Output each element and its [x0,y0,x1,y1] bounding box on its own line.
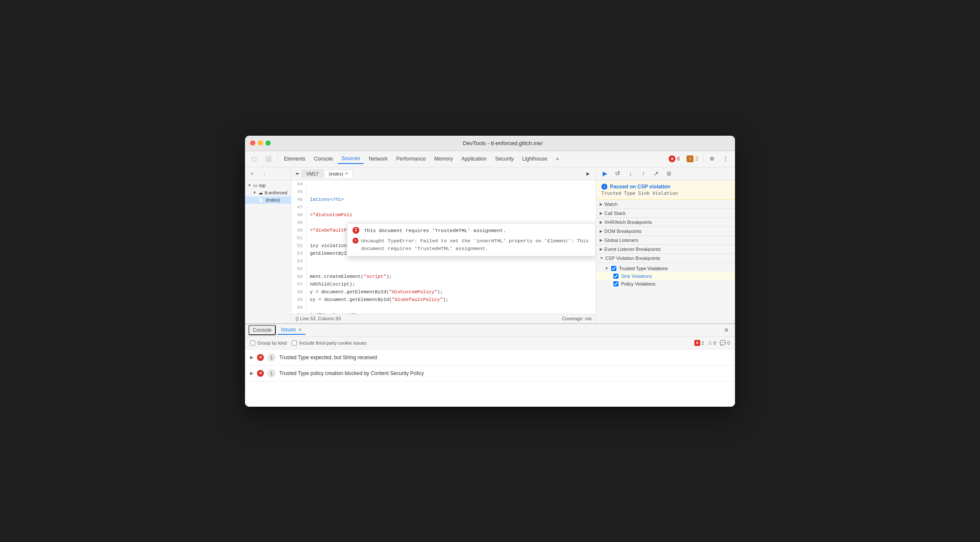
maximize-button[interactable] [266,140,271,146]
tab-vm17[interactable]: VM17 [302,170,323,178]
step-over-btn[interactable]: ↺ [612,168,623,179]
minimize-button[interactable] [258,140,263,146]
tree-item-index[interactable]: 📄 (index) [245,197,291,204]
code-line-48: 48 ="divCustomPoli [291,211,596,219]
tab-index[interactable]: (index) ✕ [324,170,353,178]
tab-index-close[interactable]: ✕ [345,171,348,176]
info-icon: i [601,184,607,190]
issues-info-count: 0 [727,340,730,345]
group-by-kind-checkbox[interactable] [250,340,255,345]
sidebar-menu-btn[interactable]: ⋮ [259,170,270,178]
tooltip-error-icon: ✕ [353,238,359,244]
tab-application[interactable]: Application [458,154,490,164]
error-tooltip: 2 This document requires 'TrustedHTML' a… [347,223,596,256]
policy-checkbox[interactable] [613,281,618,286]
breakpoint-policy: Policy Violations [596,280,735,288]
issues-info-badge: 💬 0 [720,340,730,346]
inspector-icon[interactable]: ⬚ [248,154,260,164]
issue-text-1: Trusted Type expected, but String receiv… [279,354,377,360]
section-xhr[interactable]: ▶ XHR/fetch Breakpoints [596,218,735,227]
tab-network[interactable]: Network [365,154,391,164]
tooltip-error: ✕ Uncaught TypeError: Failed to set the … [353,237,590,253]
events-arrow: ▶ [600,247,603,251]
section-watch[interactable]: ▶ Watch [596,200,735,209]
bottom-tab-issues[interactable]: Issues ✕ [278,325,305,335]
trusted-type-checkbox[interactable] [611,266,616,271]
issue-row-2[interactable]: ▶ ✕ 1 Trusted Type policy creation block… [245,366,735,381]
csp-subtitle: Trusted Type Sink Violation [601,191,730,196]
section-events[interactable]: ▶ Event Listener Breakpoints [596,245,735,254]
tooltip-title: 2 This document requires 'TrustedHTML' a… [353,227,590,235]
close-button[interactable] [250,140,255,146]
csp-section-content: ▼ Trusted Type Violations Sink Violation… [596,263,735,289]
bottom-tab-console[interactable]: Console [248,325,276,335]
issue-row-1[interactable]: ▶ ✕ 1 Trusted Type expected, but String … [245,350,735,366]
step-btn[interactable]: ↗ [651,168,661,179]
csp-banner: i Paused on CSP violation Trusted Type S… [596,180,735,200]
window-title: DevTools - tt-enforced.glitch.me/ [276,140,730,146]
code-line-55: 55 [291,265,596,273]
main-content: » ⋮ ▼ ▭ top ▼ ☁ tt-enforced 📄 (index) [245,167,735,323]
issue-counts: ✕ 2 ⚠ 0 💬 0 [694,340,730,346]
toolbar-separator-1 [278,155,278,163]
policy-label: Policy Violations [621,281,655,286]
issue-error-icon-2: ✕ [257,370,264,377]
expand-arrow: ▼ [605,266,609,271]
sidebar-toolbar: » ⋮ [245,167,291,180]
cloud-icon: ☁ [258,190,263,196]
xhr-arrow: ▶ [600,220,603,224]
third-party-label[interactable]: Include third-party cookie issues [292,340,366,345]
issue-count-2: 1 [267,369,276,378]
file-icon: 📄 [258,197,264,203]
tree-item-origin[interactable]: ▼ ☁ tt-enforced [245,189,291,197]
step-into-btn[interactable]: ↓ [625,168,636,179]
third-party-checkbox[interactable] [292,340,297,345]
tab-console[interactable]: Console [311,154,336,164]
bottom-panel-close[interactable]: ✕ [721,326,732,334]
file-tree: ▼ ▭ top ▼ ☁ tt-enforced 📄 (index) [245,180,291,323]
toolbar-separator-2 [703,155,704,163]
tab-sources[interactable]: Sources [338,154,364,164]
code-editor[interactable]: 44 45 46 lations</h1> 47 [291,180,596,314]
issues-error-count: 2 [702,340,704,345]
issues-warning-badge: ⚠ 0 [708,340,716,346]
deactivate-btn[interactable]: ⊘ [664,168,674,179]
section-callstack[interactable]: ▶ Call Stack [596,209,735,218]
tree-item-top[interactable]: ▼ ▭ top [245,182,291,189]
code-line-58: 58 y = document.getElementById("divCusto… [291,288,596,296]
tab-lighthouse[interactable]: Lighthouse [519,154,551,164]
more-options-icon[interactable]: ⋮ [720,154,732,164]
issues-close-icon[interactable]: ✕ [298,327,302,332]
issues-list: ▶ ✕ 1 Trusted Type expected, but String … [245,350,735,407]
section-dom[interactable]: ▶ DOM Breakpoints [596,227,735,236]
main-toolbar: ⬚ ⬜ Elements Console Sources Network Per… [245,151,735,167]
sink-checkbox[interactable] [613,274,618,279]
more-tabs-button[interactable]: » [553,154,562,164]
section-global[interactable]: ▶ Global Listeners [596,236,735,245]
section-csp[interactable]: ▼ CSP Violation Breakpoints [596,254,735,263]
step-out-btn[interactable]: ↑ [638,168,648,179]
error-badge[interactable]: ✕ 6 [666,155,683,163]
tree-file-label: (index) [266,197,280,203]
settings-icon[interactable]: ⚙ [706,154,718,164]
resume-btn[interactable]: ▶ [600,168,610,179]
group-by-kind-label[interactable]: Group by kind [250,340,287,345]
sink-label: Sink Violations [621,274,652,279]
warning-badge[interactable]: ! 2 [684,155,701,163]
sidebar-more-btn[interactable]: » [248,170,257,178]
traffic-lights [250,140,271,146]
breakpoint-sink: Sink Violations [596,272,735,280]
callstack-arrow: ▶ [600,211,603,215]
warning-icon: ! [687,155,693,162]
issue-text-2: Trusted Type policy creation blocked by … [279,370,424,376]
source-back-btn[interactable]: ⬅ [294,170,301,177]
tab-elements[interactable]: Elements [281,154,309,164]
debugger-toolbar: ▶ ↺ ↓ ↑ ↗ ⊘ [596,167,735,180]
frame-icon: ▭ [253,183,257,188]
device-icon[interactable]: ⬜ [262,154,275,164]
issue-count-1: 1 [267,353,276,362]
tab-memory[interactable]: Memory [431,154,456,164]
tab-security[interactable]: Security [492,154,517,164]
tab-performance[interactable]: Performance [393,154,429,164]
source-format-btn[interactable]: ▶ [583,170,593,178]
